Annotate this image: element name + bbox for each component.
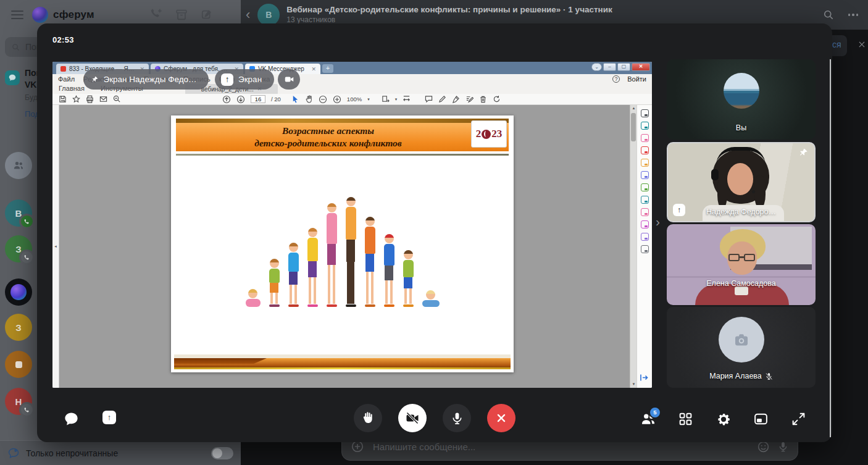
- tab-close-icon[interactable]: ✕: [311, 66, 316, 72]
- hand-tool-icon[interactable]: [305, 95, 313, 103]
- chat-button[interactable]: [64, 411, 79, 427]
- combine-files-tool-icon[interactable]: [641, 171, 649, 179]
- more-options-icon[interactable]: [848, 14, 859, 16]
- thumbnails-panel-toggle[interactable]: ◄: [52, 105, 59, 388]
- participant-tile-maria[interactable]: Мария Алаева: [667, 307, 816, 388]
- maximize-button[interactable]: ▢: [617, 63, 630, 71]
- tab-list-chevron-button[interactable]: ⌄: [591, 63, 602, 71]
- search-icon[interactable]: [822, 9, 835, 21]
- fill-sign-tool-icon[interactable]: [641, 208, 649, 216]
- settings-button[interactable]: [716, 411, 732, 427]
- close-window-button[interactable]: ✕: [632, 63, 650, 71]
- pdf-document-area[interactable]: ◄ Возрастные аспекты детско-родительских…: [52, 105, 630, 388]
- camera-off-button[interactable]: [398, 404, 427, 432]
- select-cursor-icon[interactable]: [291, 95, 299, 103]
- fill-sign-icon[interactable]: [465, 95, 474, 103]
- organize-pages-tool-icon[interactable]: [641, 134, 649, 142]
- sign-pen-icon[interactable]: [452, 95, 460, 103]
- call-window: 02:53 833 - Входящие — Яндекс Почт✕ Сфер…: [37, 23, 832, 442]
- stamp-tool-icon[interactable]: [641, 196, 649, 204]
- export-pdf-tool-icon[interactable]: [641, 122, 649, 130]
- chat-list-item-avatar[interactable]: Н: [5, 388, 32, 415]
- tab-home[interactable]: Главная: [59, 85, 85, 92]
- next-page-icon[interactable]: [236, 95, 245, 104]
- fit-width-icon[interactable]: [403, 95, 411, 103]
- save-icon[interactable]: [59, 95, 67, 103]
- chat-list-item-avatar[interactable]: [5, 279, 32, 306]
- archive-icon[interactable]: [175, 8, 188, 22]
- print-icon[interactable]: [86, 95, 94, 103]
- rotate-icon[interactable]: [493, 95, 501, 103]
- unread-filter-toggle[interactable]: [211, 447, 233, 459]
- comment-tool-icon[interactable]: [641, 159, 649, 167]
- chat-list-item-avatar[interactable]: В: [5, 199, 32, 227]
- participant-tile-elena[interactable]: Елена Самосадова: [667, 224, 816, 305]
- new-tab-button[interactable]: +: [322, 64, 333, 73]
- person-figure: [365, 217, 375, 307]
- add-call-icon[interactable]: [149, 8, 162, 22]
- shared-screen[interactable]: 833 - Входящие — Яндекс Почт✕ Сферум - д…: [52, 62, 652, 388]
- person-figure: [327, 203, 337, 307]
- participant-name: Вы: [667, 124, 816, 132]
- brand-name: сферум: [53, 9, 94, 21]
- expand-tools-panel-icon[interactable]: [640, 374, 648, 382]
- camera-off-placeholder: [719, 317, 764, 362]
- screen-share-pill-button[interactable]: ↑ Экран: [215, 69, 274, 90]
- participant-tile-you[interactable]: Вы: [667, 59, 816, 140]
- join-call-button[interactable]: ся: [832, 40, 841, 49]
- picture-in-picture-button[interactable]: [753, 411, 769, 427]
- create-pdf-tool-icon[interactable]: [641, 146, 649, 154]
- collapse-sidebar-icon[interactable]: ›: [656, 215, 660, 228]
- zoom-level[interactable]: 100%: [347, 96, 362, 103]
- email-icon[interactable]: [99, 95, 107, 103]
- participants-button[interactable]: 5: [640, 411, 656, 430]
- login-button[interactable]: Войти: [627, 75, 646, 83]
- leave-call-button[interactable]: [487, 404, 515, 432]
- zoom-out-icon[interactable]: [319, 95, 327, 104]
- comment-icon[interactable]: [425, 95, 433, 103]
- fit-page-icon[interactable]: [382, 95, 390, 103]
- pin-icon[interactable]: [799, 148, 808, 157]
- mic-muted-icon: [765, 372, 773, 380]
- grid-view-button[interactable]: [678, 411, 693, 427]
- webinar-avatar[interactable]: В: [257, 4, 280, 26]
- message-input[interactable]: [372, 441, 749, 453]
- back-icon[interactable]: ‹: [246, 8, 250, 22]
- zoom-in-icon[interactable]: [333, 95, 341, 104]
- page-number-field[interactable]: 16: [251, 95, 265, 103]
- microphone-button[interactable]: [443, 404, 471, 432]
- help-icon[interactable]: ?: [612, 75, 620, 83]
- trash-icon[interactable]: [479, 95, 487, 103]
- raise-hand-button[interactable]: [354, 404, 382, 432]
- star-icon[interactable]: [72, 95, 80, 103]
- banner-close-icon[interactable]: [858, 40, 866, 49]
- unread-filter-label: Только непрочитанные: [26, 448, 118, 458]
- slide-title-line2: детско-родительских конфликтов: [186, 137, 470, 149]
- pencil-icon[interactable]: [438, 95, 446, 103]
- fullscreen-button[interactable]: [791, 411, 806, 427]
- camera-pill-button[interactable]: [278, 69, 300, 90]
- certificates-tool-icon[interactable]: [641, 233, 649, 241]
- compose-icon[interactable]: [201, 8, 214, 22]
- menu-icon[interactable]: [11, 10, 23, 19]
- participant-tile-nadezhda[interactable]: ↑ Надежда Федоро…: [667, 142, 816, 222]
- screen-share-button[interactable]: ↑: [102, 411, 116, 424]
- more-tools-tool-icon[interactable]: [641, 220, 649, 228]
- search-plus-tool-icon[interactable]: [641, 109, 649, 117]
- measure-tool-icon[interactable]: [641, 245, 649, 253]
- zoom-dropdown-caret[interactable]: ▾: [367, 97, 370, 102]
- screen: сферум ‹ В Вебинар «Детско-родительские …: [0, 0, 868, 465]
- pinned-screen-label[interactable]: Экран Надежды Федоровна С.: [83, 69, 209, 90]
- scroll-thumb[interactable]: [631, 113, 636, 141]
- menu-file[interactable]: Файл: [58, 75, 75, 83]
- scrollbar[interactable]: [830, 59, 831, 437]
- minimize-button[interactable]: –: [603, 63, 616, 71]
- chat-list-item-avatar[interactable]: З: [5, 314, 32, 341]
- chat-list-item-avatar[interactable]: [5, 152, 32, 179]
- zoom-search-icon[interactable]: [113, 95, 121, 103]
- voice-message-icon[interactable]: [777, 441, 789, 453]
- edit-pdf-tool-icon[interactable]: [641, 183, 649, 191]
- chat-list-item-avatar[interactable]: З: [5, 235, 32, 262]
- previous-page-icon[interactable]: [222, 95, 231, 104]
- chat-list-item-avatar[interactable]: [5, 351, 32, 378]
